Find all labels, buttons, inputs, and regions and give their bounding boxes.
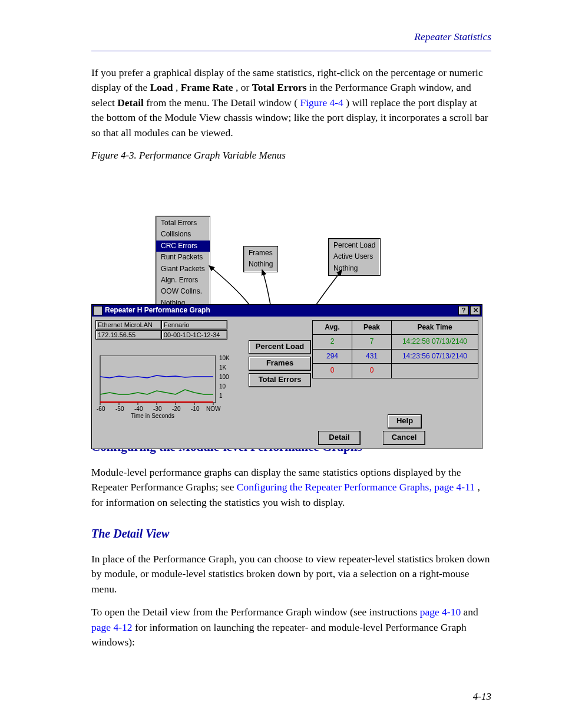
popup-errors[interactable]: Total Errors Collisions CRC Errors Runt … [156,216,210,311]
menu-item[interactable]: Runt Packets [156,252,210,263]
menu-item[interactable]: Algn. Errors [156,275,210,286]
section-label: Repeater Statistics [414,29,491,44]
device-mac: 00-00-1D-1C-12-34 [161,330,227,340]
percent-load-button[interactable]: Percent Load [249,340,311,354]
text: from the menu. [146,97,211,108]
app-icon [93,306,103,315]
table-header-row: Avg. Peak Peak Time [313,321,478,335]
heading-detail-view: The Detail View [91,525,491,542]
window-title: Repeater H Performance Graph [105,305,210,315]
stats-table: Avg. Peak Peak Time 2 7 14:22:58 07/13/2… [312,320,478,378]
text: and [464,606,478,618]
col-peaktime: Peak Time [392,321,478,335]
menu-item[interactable]: Collisions [156,229,210,240]
menu-item[interactable]: Active Users [329,251,380,262]
text: for information on launching the repeate… [91,621,467,648]
table-row-errors: 0 0 [313,364,478,378]
figure-caption: Figure 4-3. Performance Graph Variable M… [91,149,491,163]
svg-text:-50: -50 [115,406,124,412]
x-axis-label: Time in Seconds [131,413,174,419]
menu-item[interactable]: Nothing [244,259,277,270]
strip-chart: 10K 1K 100 10 1 [95,355,234,419]
section-rule [91,51,491,51]
svg-text:10: 10 [219,383,226,390]
menu-item[interactable]: OOW Collns. [156,286,210,297]
screenshot-area: Total Errors Collisions CRC Errors Runt … [91,216,482,450]
device-ip: 172.19.56.55 [95,330,161,340]
svg-rect-0 [100,355,216,403]
svg-text:10K: 10K [219,355,230,361]
svg-text:-10: -10 [191,406,200,412]
text-bold: Frame Rate [181,81,233,93]
figure-link[interactable]: Figure 4-4 [300,97,343,108]
detail-paragraph-2: To open the Detail view from the Perform… [91,605,491,650]
device-type: Ethernet MicroLAN [95,320,161,330]
menu-item-selected[interactable]: CRC Errors [156,241,210,252]
titlebar[interactable]: Repeater H Performance Graph ? ✕ [92,305,482,317]
text: , [176,81,181,93]
menu-item[interactable]: Total Errors [156,218,210,229]
help-button[interactable]: Help [388,414,422,429]
svg-text:-20: -20 [172,406,181,412]
col-avg: Avg. [313,321,352,335]
table-row-frames: 294 431 14:23:56 07/13/2140 [313,349,478,363]
svg-text:1K: 1K [219,364,227,371]
close-button[interactable]: ✕ [470,306,481,315]
menu-item[interactable]: Nothing [329,263,380,274]
menu-item[interactable]: Percent Load [329,240,380,251]
menu-item[interactable]: Frames [244,248,277,259]
ref-link[interactable]: page 4-10 [420,606,461,618]
help-button[interactable]: ? [458,306,469,315]
svg-text:-60: -60 [97,406,105,412]
detail-button[interactable]: Detail [318,431,361,445]
col-peak: Peak [352,321,392,335]
text-bold: Load [150,81,173,93]
text-bold: Total Errors [252,81,307,93]
popup-frames[interactable]: Frames Nothing [243,246,278,272]
intro-paragraph: If you prefer a graphical display of the… [91,65,491,140]
svg-text:NOW: NOW [206,406,221,412]
text: To open the Detail view from the Perform… [91,606,420,618]
performance-graph-window: Repeater H Performance Graph ? ✕ Etherne… [91,304,482,449]
table-row-load: 2 7 14:22:58 07/13/2140 [313,335,478,349]
popup-load[interactable]: Percent Load Active Users Nothing [328,238,381,276]
svg-text:100: 100 [219,374,229,380]
configuring-paragraph: Module-level performance graphs can disp… [91,465,491,510]
device-info: Ethernet MicroLANFennario 172.19.56.5500… [95,320,229,341]
total-errors-button[interactable]: Total Errors [249,373,311,387]
ref-link[interactable]: Configuring the Repeater Performance Gra… [237,481,475,493]
svg-text:1: 1 [219,393,223,399]
ref-link[interactable]: page 4-12 [91,621,133,633]
detail-paragraph-1: In place of the Performance Graph, you c… [91,552,491,597]
cancel-button[interactable]: Cancel [383,431,425,445]
frames-button[interactable]: Frames [249,357,311,371]
text: The Detail window ( [212,97,297,108]
text-bold: Detail [117,97,144,108]
page-number: 4-13 [473,690,491,704]
device-name: Fennario [161,320,227,330]
text: , or [236,81,252,93]
svg-text:-30: -30 [153,406,162,412]
svg-text:-40: -40 [134,406,143,412]
menu-item[interactable]: Giant Packets [156,263,210,275]
